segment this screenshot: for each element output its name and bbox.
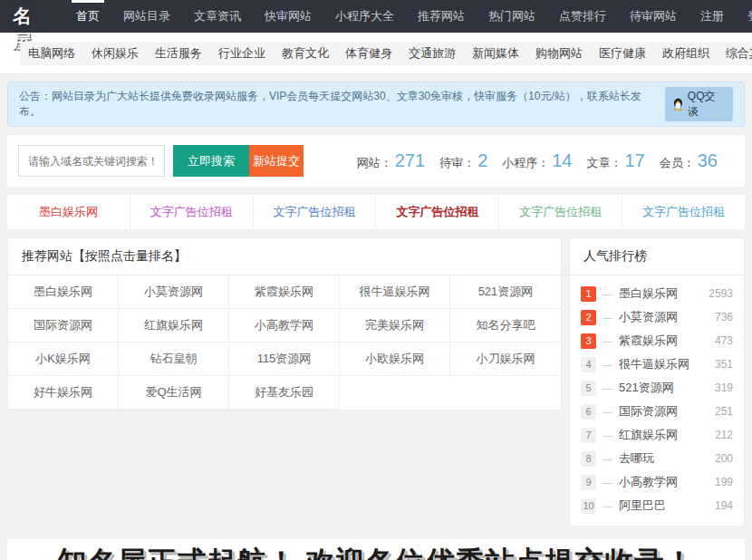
nav-item-4[interactable]: 快审网站 xyxy=(253,0,323,33)
category-item-2[interactable]: 休闲娱乐 xyxy=(83,42,147,65)
nav-item-8[interactable]: 点赞排行 xyxy=(547,0,618,33)
ranking-site-count: 319 xyxy=(715,381,733,394)
stat-label: 待审： xyxy=(439,155,475,171)
ranking-row: 5—521资源网319 xyxy=(581,376,733,400)
recommended-site-link[interactable]: 小莫资源网 xyxy=(119,275,229,309)
nav-item-6[interactable]: 推荐网站 xyxy=(406,0,477,33)
recommended-site-link[interactable]: 小K娱乐网 xyxy=(8,343,119,376)
category-item-8[interactable]: 新闻媒体 xyxy=(464,42,527,65)
rank-badge: 4 xyxy=(581,357,596,372)
stat-value: 2 xyxy=(477,150,487,171)
category-item-11[interactable]: 政府组织 xyxy=(654,42,718,65)
text-ad-link-1[interactable]: 墨白娱乐网 xyxy=(7,195,130,229)
recommended-site-link[interactable]: 钻石皇朝 xyxy=(119,343,229,376)
promo-banner: 知名屋正式起航！ 欢迎各位优秀站点提交收录！ 广告 xyxy=(7,539,745,560)
recommended-site-link[interactable]: 好基友乐园 xyxy=(229,376,340,410)
rank-badge: 3 xyxy=(581,333,596,349)
rank-dash: — xyxy=(603,500,612,511)
recommended-site-link[interactable]: 115资源网 xyxy=(229,343,340,376)
recommended-site-link[interactable]: 很牛逼娱乐网 xyxy=(340,275,450,309)
announcement-text: 公告：网站目录为广大站长提供免费收录网站服务，VIP会员每天提交网站30、文章3… xyxy=(19,89,656,120)
rank-dash: — xyxy=(603,453,612,464)
nav-item-1[interactable]: 首页 xyxy=(64,0,111,33)
stat-value: 14 xyxy=(552,150,572,171)
promo-banner-text[interactable]: 知名屋正式起航！ 欢迎各位优秀站点提交收录！ xyxy=(58,543,695,560)
ranking-site-link[interactable]: 521资源网 xyxy=(619,380,715,396)
qq-chat-button[interactable]: QQ交谈 xyxy=(665,87,733,121)
recommended-site-link[interactable]: 好牛娱乐网 xyxy=(8,376,119,410)
recommended-site-link[interactable]: 紫霞娱乐网 xyxy=(229,275,340,309)
nav-item-3[interactable]: 文章资讯 xyxy=(182,0,253,33)
ranking-row: 8—去哪玩200 xyxy=(581,447,733,470)
rank-badge: 7 xyxy=(581,428,596,443)
ranking-site-link[interactable]: 小高教学网 xyxy=(619,474,715,490)
search-button[interactable]: 立即搜索 xyxy=(173,145,249,177)
text-ad-link-2[interactable]: 文字广告位招租 xyxy=(130,195,253,229)
ranking-site-link[interactable]: 国际资源网 xyxy=(619,403,715,420)
ranking-site-count: 2593 xyxy=(709,287,733,300)
search-input[interactable] xyxy=(18,145,165,177)
nav-item-2[interactable]: 网站目录 xyxy=(111,0,182,33)
site-stats: 网站：271待审：2小程序：14文章：17会员：36 xyxy=(357,150,734,171)
recommended-site-link[interactable]: 墨白娱乐网 xyxy=(8,275,119,309)
category-item-5[interactable]: 教育文化 xyxy=(274,42,337,65)
submit-site-button[interactable]: 新站提交 xyxy=(249,145,304,177)
category-item-7[interactable]: 交通旅游 xyxy=(400,42,464,65)
nav-right: 注册 登录 xyxy=(689,0,752,33)
nav-item-7[interactable]: 热门网站 xyxy=(477,0,547,33)
qq-chat-label: QQ交谈 xyxy=(688,89,726,120)
announcement-bar: 公告：网站目录为广大站长提供免费收录网站服务，VIP会员每天提交网站30、文章3… xyxy=(7,82,745,127)
rank-dash: — xyxy=(603,288,612,299)
recommended-site-link[interactable]: 爱Q生活网 xyxy=(119,376,229,410)
recommended-site-link[interactable]: 国际资源网 xyxy=(8,309,119,343)
ranking-row: 1—墨白娱乐网2593 xyxy=(581,282,733,305)
nav-item-5[interactable]: 小程序大全 xyxy=(323,0,406,33)
stat-label: 网站： xyxy=(357,155,392,171)
rank-dash: — xyxy=(603,312,612,323)
text-ad-link-6[interactable]: 文字广告位招租 xyxy=(622,195,745,229)
ranking-site-link[interactable]: 墨白娱乐网 xyxy=(619,285,709,302)
register-link[interactable]: 注册 xyxy=(689,0,736,33)
text-ad-link-3[interactable]: 文字广告位招租 xyxy=(253,195,376,229)
category-item-3[interactable]: 生活服务 xyxy=(147,42,210,65)
popularity-ranking-title: 人气排行榜 xyxy=(570,238,744,275)
category-item-6[interactable]: 体育健身 xyxy=(337,42,400,65)
stat-5: 会员：36 xyxy=(660,150,718,171)
ranking-site-count: 199 xyxy=(715,476,733,488)
rank-badge: 8 xyxy=(581,451,596,467)
ranking-site-link[interactable]: 阿里巴巴 xyxy=(619,497,715,514)
ranking-site-link[interactable]: 紫霞娱乐网 xyxy=(619,333,715,349)
ranking-row: 2—小莫资源网736 xyxy=(581,305,733,329)
category-item-12[interactable]: 综合其他 xyxy=(718,42,752,65)
category-item-4[interactable]: 行业企业 xyxy=(210,42,274,65)
ranking-site-count: 251 xyxy=(715,405,733,418)
category-item-1[interactable]: 电脑网络 xyxy=(20,42,83,65)
ranking-site-link[interactable]: 红旗娱乐网 xyxy=(619,427,715,443)
login-link[interactable]: 登录 xyxy=(736,0,752,33)
recommended-site-link[interactable]: 小刀娱乐网 xyxy=(450,343,561,376)
recommended-sites-card: 推荐网站【按照点击量排名】 墨白娱乐网小莫资源网紫霞娱乐网很牛逼娱乐网521资源… xyxy=(7,237,562,410)
text-ad-link-5[interactable]: 文字广告位招租 xyxy=(498,195,622,229)
recommended-site-link[interactable]: 521资源网 xyxy=(450,275,561,309)
stat-label: 文章： xyxy=(587,155,622,171)
recommended-site-link[interactable]: 完美娱乐网 xyxy=(340,309,450,343)
search-card: 立即搜索 新站提交 网站：271待审：2小程序：14文章：17会员：36 xyxy=(7,135,745,187)
category-item-10[interactable]: 医疗健康 xyxy=(591,42,654,65)
ranking-site-link[interactable]: 小莫资源网 xyxy=(619,309,715,325)
rank-dash: — xyxy=(603,477,612,488)
category-item-9[interactable]: 购物网站 xyxy=(527,42,591,65)
ranking-site-link[interactable]: 去哪玩 xyxy=(619,450,715,467)
qq-penguin-icon xyxy=(672,98,684,111)
rank-dash: — xyxy=(603,382,612,393)
rank-badge: 9 xyxy=(581,475,596,490)
ranking-site-link[interactable]: 很牛逼娱乐网 xyxy=(619,356,715,372)
recommended-site-link[interactable]: 红旗娱乐网 xyxy=(119,309,229,343)
rank-dash: — xyxy=(603,335,612,346)
text-ad-link-4[interactable]: 文字广告位招租 xyxy=(375,195,498,229)
recommended-site-link[interactable]: 小高教学网 xyxy=(229,309,340,343)
recommended-site-link[interactable]: 小欧娱乐网 xyxy=(340,343,450,376)
stat-label: 会员： xyxy=(660,155,695,171)
nav-item-9[interactable]: 待审网站 xyxy=(618,0,689,33)
ranking-row: 10—阿里巴巴194 xyxy=(581,494,733,517)
recommended-site-link[interactable]: 知名分享吧 xyxy=(450,309,561,343)
